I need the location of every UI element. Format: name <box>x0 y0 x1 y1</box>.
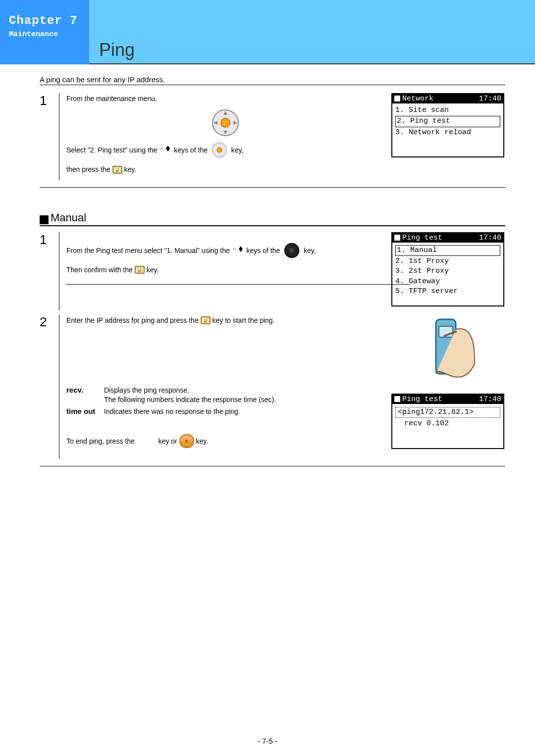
svg-point-10 <box>217 148 222 153</box>
svg-marker-11 <box>232 247 236 251</box>
up-down-keys-icon <box>232 246 245 255</box>
def-term-recv: recv. <box>66 386 104 404</box>
step-line-1: From the maintenance menu, <box>66 93 384 104</box>
step-body: From the Ping test menu select "1. Manua… <box>59 232 391 310</box>
phone-hand-illustration <box>416 314 481 389</box>
svg-marker-13 <box>239 249 243 252</box>
def-desc-timeout: Indicates there was no response to the p… <box>104 407 384 416</box>
page-footer: - 7-5 - <box>0 737 535 745</box>
lcd-time: 17:40 <box>479 395 501 403</box>
enter-key-icon <box>112 166 122 174</box>
manual1-line1: From the Ping test menu select "1. Manua… <box>66 232 384 259</box>
svg-marker-12 <box>239 246 243 249</box>
step-screen-col: Ping test 17:40 1. Manual 2. 1st Proxy 3… <box>391 232 505 310</box>
step-number-col: 2 <box>40 314 59 459</box>
def-term-timeout: time out <box>66 407 104 416</box>
manual1-line2: Then confirm with the key. <box>66 264 384 275</box>
step-row-manual-1: 1 From the Ping test menu select "1. Man… <box>40 228 505 310</box>
step-body: Enter the IP address for ping and press … <box>59 314 391 459</box>
svg-marker-7 <box>166 146 170 149</box>
inner-divider <box>66 284 410 285</box>
step-screen-col: Network 17:40 1. Site scan 2. Ping test … <box>391 93 505 180</box>
lcd-line-2: recv 0.102 <box>395 419 449 428</box>
lcd-item-3: 3. 2st Proxy <box>395 267 449 275</box>
up-down-keys-icon <box>159 145 172 155</box>
cancel-key-icon: ⎋ <box>179 434 194 448</box>
lcd-item-1-selected: 1. Manual <box>395 245 500 256</box>
step-screen-col: Ping test 17:40 <ping172.21.62.1> recv 0… <box>391 314 505 459</box>
lcd-time: 17:40 <box>479 234 501 242</box>
intro-text: A ping can be sent for any IP address. <box>40 75 505 85</box>
step-body: From the maintenance menu, Select "2. Pi… <box>59 93 391 180</box>
step-line-3: then press the key. <box>66 163 384 175</box>
step-number: 1 <box>40 232 55 248</box>
step-number-col: 1 <box>40 232 59 310</box>
lcd-item-1: 1. Site scan <box>395 106 449 114</box>
lcd-item-2: 2. 1st Proxy <box>395 257 449 265</box>
step-row-top-1: 1 From the maintenance menu, Select " <box>40 89 505 188</box>
lcd-ping-result: Ping test 17:40 <ping172.21.62.1> recv 0… <box>391 394 504 449</box>
enter-key-icon <box>201 316 211 324</box>
manual2-end-line: To end ping, press the key or ⎋ key. <box>66 434 384 448</box>
square-bullet-icon <box>40 215 49 224</box>
step-line-2: Select "2. Ping test" using the keys of … <box>66 142 384 158</box>
lcd-title: Ping test <box>402 395 442 403</box>
chapter-subtitle: Maintenance <box>9 30 84 39</box>
step-number-col: 1 <box>40 93 59 180</box>
svg-point-1 <box>221 118 230 127</box>
lcd-title: Network <box>402 95 433 103</box>
step-number: 2 <box>40 314 55 330</box>
lcd-item-2-selected: 2. Ping test <box>395 116 500 127</box>
chapter-title: Chapter 7 <box>9 14 84 27</box>
def-desc-recv: Displays the ping response. The followin… <box>104 386 384 404</box>
lcd-line-1: <ping172.21.62.1> <box>395 407 500 418</box>
chapter-block: Chapter 7 Maintenance <box>0 0 89 64</box>
step-number: 1 <box>40 93 55 108</box>
svg-marker-8 <box>166 149 170 151</box>
nav-pad-icon <box>212 109 239 137</box>
section-heading-manual: Manual <box>40 211 505 226</box>
nav-pad-small-icon <box>210 142 229 158</box>
svg-marker-6 <box>159 147 163 151</box>
manual2-line1: Enter the IP address for ping and press … <box>66 314 384 326</box>
step-row-manual-2: 2 Enter the IP address for ping and pres… <box>40 310 505 466</box>
lcd-item-3: 3. Network reload <box>395 128 471 137</box>
section-heading-text: Manual <box>51 211 86 224</box>
lcd-time: 17:40 <box>479 95 501 103</box>
svg-point-15 <box>289 248 294 253</box>
nav-pad-small-icon <box>282 242 302 259</box>
page-title: Ping <box>99 40 135 60</box>
lcd-title: Ping test <box>402 234 442 242</box>
definition-timeout: time out Indicates there was no response… <box>66 407 384 416</box>
lcd-pingtest-menu: Ping test 17:40 1. Manual 2. 1st Proxy 3… <box>391 232 504 306</box>
definition-recv: recv. Displays the ping response. The fo… <box>66 386 384 404</box>
lcd-network-menu: Network 17:40 1. Site scan 2. Ping test … <box>391 93 504 157</box>
content-area: A ping can be sent for any IP address. 1… <box>0 64 535 466</box>
enter-key-icon <box>135 266 145 274</box>
lcd-item-5: 5. TFTP server <box>395 287 458 296</box>
page-header: Chapter 7 Maintenance Ping <box>0 0 535 64</box>
